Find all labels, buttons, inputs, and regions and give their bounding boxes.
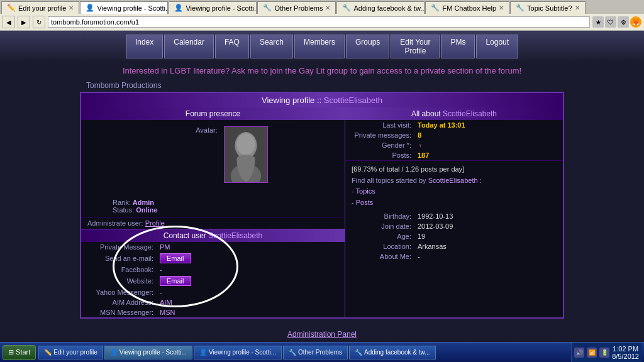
yahoo-value: - [157,287,345,297]
address-bar-row: ◀ ▶ ↻ ★ 🛡 ⚙ 🦊 [0,14,644,30]
age-label: Age: [345,231,414,241]
nav-calendar[interactable]: Calendar [164,35,214,58]
avatar-section: Avatar: [81,120,345,195]
info-last-visit-row: Last visit: Today at 13:01 [345,120,563,130]
contact-facebook-row: Facebook: - [81,265,345,275]
posts-link[interactable]: - Posts [352,199,373,206]
rank-value: Admin [133,199,154,206]
tab-chatbox-help[interactable]: 🔧 FM Chatbox Help ✕ [425,1,509,14]
admin-panel-link[interactable]: Administration Panel [287,330,357,339]
network-icon[interactable]: 📶 [587,348,597,358]
stats-text: [69.73% of total / 1.26 posts per day] [352,165,464,173]
status-label: Status: [113,206,134,214]
svg-point-3 [236,133,255,155]
refresh-button[interactable]: ↻ [33,16,45,28]
tab-icon: 🔧 [263,4,272,12]
tab-label: Viewing profile - Scotti... [186,4,257,12]
tab-bar: ✏️ Edit your profile ✕ 👤 Viewing profile… [0,0,644,14]
info-gender-row: Gender *: ♀ [345,140,563,150]
tab-close[interactable]: ✕ [69,4,74,11]
taskbar-right: 🔊 📶 🔋 1:02 PM 8/5/2012 [571,343,641,362]
taskbar-item-0[interactable]: ✏️ Edit your profile [38,346,103,359]
tab-label: Topic Subtitle? [527,4,572,12]
taskbar-item-4[interactable]: 🔧 Adding facebook & tw... [349,346,436,359]
battery-icon[interactable]: 🔋 [599,348,609,358]
contact-username-link[interactable]: ScottieElisabeth [208,231,262,240]
last-visit-label: Last visit: [345,120,414,130]
tab-label: Adding facebook & tw... [353,4,425,12]
nav-index[interactable]: Index [126,35,163,58]
contact-header: Contact user ScottieElisabeth [81,229,345,242]
location-label: Location: [345,241,414,251]
tab-adding-facebook[interactable]: 🔧 Adding facebook & tw... ✕ [336,1,425,14]
nav-members[interactable]: Members [294,35,345,58]
tab-icon: ✏️ [7,4,16,12]
pm-count-label: Private messages: [345,130,414,140]
taskbar-item-2[interactable]: 👤 Viewing profile - Scotti... [194,346,282,359]
start-button[interactable]: ⊞ Start [3,345,36,360]
msn-label: MSN Messenger: [81,307,157,317]
avatar-label: Avatar: [196,126,218,134]
time: 1:02 PM [612,345,639,353]
website-value: Email [157,275,345,287]
yahoo-label: Yahoo Messenger: [81,287,157,297]
birthday-label: Birthday: [345,211,414,221]
back-button[interactable]: ◀ [3,16,15,28]
topics-link[interactable]: - Topics [352,187,375,195]
tab-other-problems[interactable]: 🔧 Other Problems ✕ [257,1,336,14]
shield-icon: 🛡 [605,16,616,28]
right-username-link[interactable]: ScottieElisabeth [443,109,497,118]
avatar-image [224,126,268,183]
tab-label: Edit your profile [18,4,66,12]
site-name: Tombomb Productions [80,79,564,92]
nav-search[interactable]: Search [250,35,293,58]
aim-value: AIM [157,297,345,307]
tab-close[interactable]: ✕ [325,4,330,11]
nav-pms[interactable]: PMs [441,35,475,58]
nav-edit-profile[interactable]: Edit YourProfile [391,35,440,58]
contact-area-wrapper: Contact user ScottieElisabeth Private Me… [81,229,345,317]
star-icon[interactable]: ★ [592,16,604,28]
info-posts-row: Posts: 187 [345,150,563,160]
rank-label: Rank: [113,199,131,206]
profile-username-link[interactable]: ScottieElisabeth [324,96,382,105]
tool-icon[interactable]: ⚙ [618,16,629,28]
tab-close[interactable]: ✕ [499,4,504,11]
address-bar[interactable] [48,16,590,28]
nav-logout[interactable]: Logout [476,35,518,58]
banner-text: Interested in LGBT literature? Ask me to… [0,62,644,79]
info-about-row: About Me: - [345,251,563,261]
taskbar-item-1[interactable]: 👤 Viewing profile - Scotti... [104,346,192,359]
tab-viewing-profile-1[interactable]: 👤 Viewing profile - Scotti... ✕ [80,1,168,14]
profile-title-bar: Viewing profile :: ScottieElisabeth [81,93,563,107]
find-user-link[interactable]: ScottieElisabeth [428,177,478,184]
find-topics-text: Find all topics started by [352,177,426,184]
info-age-row: Age: 19 [345,231,563,241]
info-join-row: Join date: 2012-03-09 [345,221,563,231]
right-header: All about ScottieElisabeth [345,107,563,120]
forward-button[interactable]: ▶ [18,16,30,28]
nav-groups[interactable]: Groups [346,35,389,58]
info-birthday-row: Birthday: 1992-10-13 [345,211,563,221]
left-panel: Forum presence Avatar: [81,107,345,317]
tab-close[interactable]: ✕ [575,4,580,11]
contact-aim-row: AIM Address: AIM [81,297,345,307]
aim-label: AIM Address: [81,297,157,307]
age-value: 19 [414,231,563,241]
location-value: Arkansas [414,241,563,251]
taskbar-item-3[interactable]: 🔧 Other Problems [283,346,348,359]
contact-website-row: Website: Email [81,275,345,287]
admin-link[interactable]: Profile [145,219,165,227]
nav-faq[interactable]: FAQ [215,35,249,58]
tab-topic-subtitle[interactable]: 🔧 Topic Subtitle? ✕ [510,1,586,14]
tab-viewing-profile-2[interactable]: 👤 Viewing profile - Scotti... ✕ [169,1,257,14]
volume-icon[interactable]: 🔊 [574,348,584,358]
last-visit-value: Today at 13:01 [414,120,563,130]
tab-label: Other Problems [274,4,323,12]
page-wrapper: Index Calendar FAQ Search Members Groups… [0,31,644,343]
msn-value: MSN [157,307,345,317]
email-button[interactable]: Email [160,253,191,263]
website-button[interactable]: Email [160,276,191,286]
tab-edit-profile[interactable]: ✏️ Edit your profile ✕ [1,1,79,14]
contact-table: Private Message: PM Send an e-mail: Emai… [81,242,345,317]
